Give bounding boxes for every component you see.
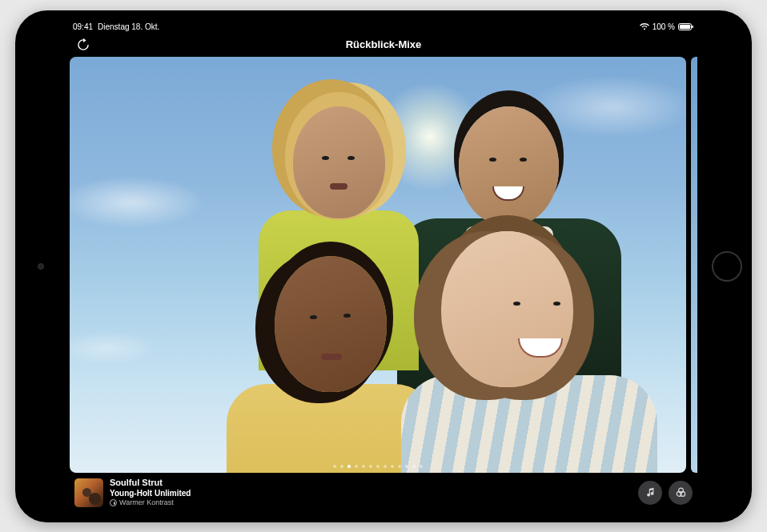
now-playing-block[interactable]: Soulful Strut Young-Holt Unlimited Warme… — [74, 478, 191, 508]
status-date: Dienstag 18. Okt. — [98, 22, 159, 31]
page-dot[interactable] — [347, 465, 351, 468]
page-dot[interactable] — [355, 465, 358, 468]
album-art — [74, 478, 103, 507]
battery-icon — [678, 23, 694, 30]
page-indicator[interactable] — [333, 465, 423, 468]
svg-rect-1 — [680, 25, 690, 29]
page-dot[interactable] — [405, 465, 408, 468]
filters-button[interactable] — [669, 481, 693, 505]
wifi-icon — [640, 23, 649, 30]
photo-carousel[interactable] — [65, 55, 702, 473]
memory-photo-next-peek[interactable] — [691, 57, 697, 473]
filter-icon — [110, 499, 117, 506]
front-camera — [38, 263, 44, 270]
ipad-device-frame: 09:41 Dienstag 18. Okt. 100 % Rückblick-… — [15, 10, 752, 522]
nav-bar: Rückblick-Mixe — [65, 34, 702, 55]
page-dot[interactable] — [340, 465, 343, 468]
filter-text: Warmer Kontrast — [119, 498, 174, 507]
bottom-toolbar: Soulful Strut Young-Holt Unlimited Warme… — [65, 473, 702, 513]
back-replay-button[interactable] — [74, 36, 92, 54]
page-dot[interactable] — [376, 465, 379, 468]
status-battery-text: 100 % — [653, 22, 675, 31]
status-time: 09:41 — [73, 22, 93, 31]
svg-rect-2 — [692, 26, 693, 28]
page-dot[interactable] — [391, 465, 394, 468]
page-dot[interactable] — [420, 465, 423, 468]
memory-filter-label: Warmer Kontrast — [110, 498, 191, 507]
song-artist: Young-Holt Unlimited — [110, 489, 191, 499]
page-title: Rückblick-Mixe — [346, 38, 422, 50]
music-button[interactable] — [638, 481, 662, 505]
screen: 09:41 Dienstag 18. Okt. 100 % Rückblick-… — [65, 20, 702, 513]
memory-photo-current[interactable] — [70, 57, 686, 473]
page-dot[interactable] — [369, 465, 372, 468]
home-button[interactable] — [712, 251, 742, 282]
photo-people-group — [70, 57, 686, 473]
status-bar: 09:41 Dienstag 18. Okt. 100 % — [65, 20, 702, 34]
page-dot[interactable] — [333, 465, 336, 468]
page-dot[interactable] — [398, 465, 401, 468]
page-dot[interactable] — [384, 465, 387, 468]
page-dot[interactable] — [412, 465, 416, 468]
song-title: Soulful Strut — [110, 478, 191, 489]
page-dot[interactable] — [362, 465, 365, 468]
